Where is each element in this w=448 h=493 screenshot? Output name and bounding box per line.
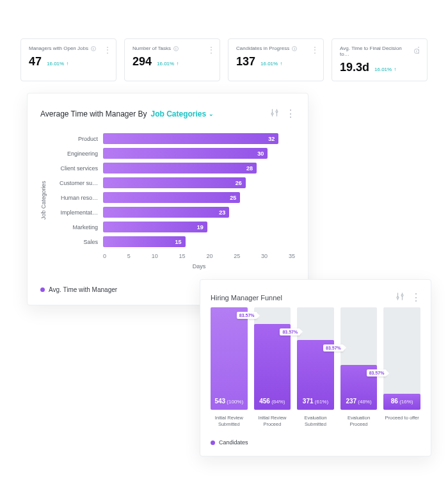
svg-point-7 [401,294,403,296]
kpi-value-row: 19.3d16.01% ↑ [340,61,419,74]
funnel-column: 543 (100%)83.57%Initial Review Submitted [211,307,248,428]
bar-category-label: Engineering [51,150,103,157]
bar-chart-card: Average Time with Manager By Job Categor… [27,93,308,305]
kpi-card[interactable]: Number of Tasksi⋮29416.01% ↑ [124,38,220,81]
funnel-value: 86 [391,398,398,405]
settings-sliders-icon[interactable] [396,292,404,303]
kpi-delta: 16.01% ↑ [260,61,282,67]
info-icon[interactable]: i [292,46,297,51]
bar-category-label: Marketing [51,224,103,230]
bar-chart-x-axis-label: Days [103,263,295,270]
funnel-chart-title: Hiring Manager Funnel [211,294,282,302]
funnel-stage-label: Initial Review Proceed [254,415,291,428]
bar-chart-plot: Product32Engineering30Client services28C… [51,131,295,270]
bar-category-label: Customer su… [51,180,103,186]
bar-fill[interactable]: 26 [103,177,246,188]
funnel-percent: (100%) [227,399,243,405]
funnel-value-wrap: 543 (100%) [211,398,248,405]
bar-chart-title-wrap: Average Time with Manager By Job Categor… [40,109,214,118]
bar-track: 30 [103,148,295,159]
trend-up-icon: ↑ [66,61,68,67]
bar-value-label: 32 [268,136,275,142]
bar-track: 32 [103,133,295,144]
more-menu-icon[interactable]: ⋮ [415,45,422,54]
bar-chart-title: Average Time with Manager By [40,109,147,118]
funnel-fill[interactable]: 86 (16%) [383,394,420,410]
bar-value-label: 23 [219,209,225,216]
kpi-card[interactable]: Managers with Open Jobsi⋮4716.01% ↑ [20,38,116,81]
kpi-value: 294 [132,55,152,69]
x-tick: 25 [234,253,240,259]
bar-value-label: 25 [230,195,236,201]
funnel-percent: (48%) [358,399,371,405]
bar-chart-dropdown-label: Job Categories [151,109,207,118]
bar-fill[interactable]: 28 [103,163,257,174]
bar-row: Engineering30 [51,146,295,161]
funnel-transition-badge: 83.57% [323,344,344,352]
x-tick: 15 [179,253,186,259]
bar-fill[interactable]: 30 [103,148,268,159]
bar-category-label: Client services [51,165,103,172]
bar-chart-legend-label: Avg. Time with Manager [49,286,117,293]
funnel-track: 543 (100%)83.57% [211,307,248,410]
funnel-value: 456 [259,398,270,405]
x-tick: 30 [261,253,268,259]
funnel-column: 237 (48%)83.57%Evaluation Proceed [340,307,378,428]
kpi-value: 47 [29,55,42,69]
x-tick: 35 [289,253,295,259]
funnel-transition-badge: 83.57% [237,312,257,319]
bar-value-label: 28 [246,165,253,172]
funnel-value: 237 [346,398,356,405]
kpi-delta: 16.01% ↑ [157,61,179,67]
bar-category-label: Sales [51,239,103,245]
bar-value-label: 30 [257,150,264,157]
more-menu-icon[interactable]: ⋮ [311,45,318,54]
funnel-transition-badge: 83.57% [367,369,387,376]
bar-fill[interactable]: 23 [103,207,229,218]
bar-value-label: 15 [175,239,182,245]
bar-chart-groupby-dropdown[interactable]: Job Categories ⌄ [151,109,214,118]
kpi-value-row: 29416.01% ↑ [132,55,212,69]
x-tick: 20 [206,253,212,259]
funnel-column: 86 (16%)Proceed to offer [383,307,420,428]
kpi-title: Managers with Open Jobsi [29,45,108,51]
bar-track: 15 [103,236,295,247]
more-menu-icon[interactable]: ⋮ [104,45,111,54]
bar-fill[interactable]: 15 [103,236,186,247]
funnel-percent: (61%) [315,399,328,405]
chevron-down-icon: ⌄ [209,111,214,117]
funnel-fill[interactable]: 543 (100%) [211,307,248,410]
kpi-delta: 16.01% ↑ [374,67,396,72]
bar-value-label: 19 [197,224,204,230]
kpi-card[interactable]: Avg. Time to Final Decision to…i⋮19.3d16… [332,38,428,81]
kpi-title: Candidates in Progressi [236,45,316,51]
bar-row: Sales15 [51,234,295,249]
funnel-stage-label: Initial Review Submitted [211,415,248,428]
bar-row: Implementat…23 [51,205,295,220]
bar-fill[interactable]: 25 [103,192,240,203]
funnel-chart-body: 543 (100%)83.57%Initial Review Submitted… [211,312,420,428]
bar-category-label: Human reso… [51,195,103,201]
more-menu-icon[interactable]: ⋮ [285,108,295,120]
bar-category-label: Product [51,136,103,142]
funnel-stage-label: Proceed to offer [385,415,419,428]
bar-chart-y-axis-label: Job Categories [40,131,47,270]
more-menu-icon[interactable]: ⋮ [411,291,420,303]
bar-fill[interactable]: 19 [103,222,207,232]
funnel-fill[interactable]: 456 (84%) [254,324,291,410]
more-menu-icon[interactable]: ⋮ [207,45,214,54]
bar-row: Customer su…26 [51,175,295,190]
bar-fill[interactable]: 32 [103,133,278,144]
info-icon[interactable]: i [91,46,96,51]
funnel-track: 86 (16%) [383,307,420,410]
bar-row: Marketing19 [51,220,295,234]
x-tick: 0 [103,253,106,259]
bar-chart-actions: ⋮ [270,108,295,120]
funnel-percent: (84%) [271,399,285,405]
kpi-card[interactable]: Candidates in Progressi⋮13716.01% ↑ [228,38,324,81]
info-icon[interactable]: i [173,46,179,51]
funnel-transition-badge: 83.57% [280,328,300,335]
settings-sliders-icon[interactable] [270,108,279,120]
kpi-value-row: 13716.01% ↑ [236,55,316,69]
bar-value-label: 26 [236,180,242,186]
